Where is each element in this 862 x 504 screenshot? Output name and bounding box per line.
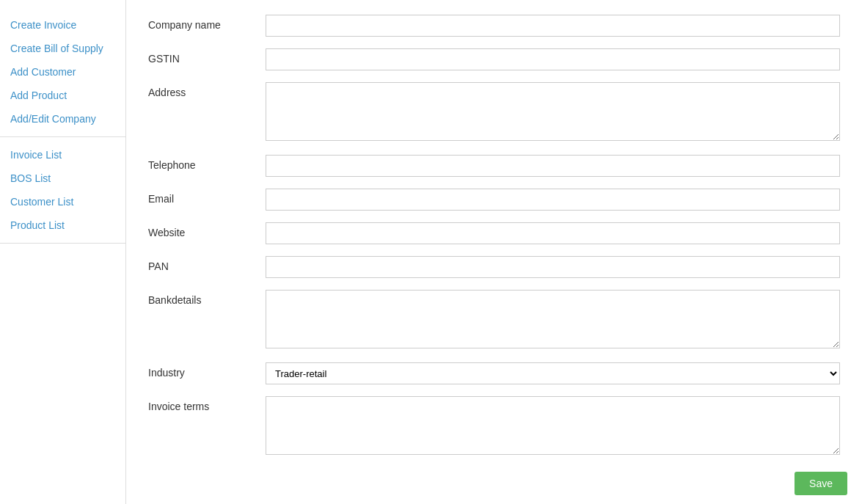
input-pan[interactable]: [266, 256, 840, 278]
textarea-bankdetails[interactable]: [266, 290, 840, 348]
select-industry[interactable]: Trader-retail Manufacturer Service Other: [266, 362, 840, 384]
wrap-email: [266, 189, 840, 211]
sidebar-item-invoice-list[interactable]: Invoice List: [0, 143, 125, 167]
sidebar-item-add-product[interactable]: Add Product: [0, 84, 125, 107]
label-address: Address: [148, 82, 266, 98]
textarea-address[interactable]: [266, 82, 840, 141]
label-email: Email: [148, 189, 266, 205]
label-company-name: Company name: [148, 15, 266, 31]
sidebar-item-add-customer[interactable]: Add Customer: [0, 60, 125, 84]
wrap-website: [266, 222, 840, 244]
wrap-gstin: [266, 48, 840, 70]
field-row-gstin: GSTIN: [148, 48, 840, 70]
wrap-company-name: [266, 15, 840, 37]
label-gstin: GSTIN: [148, 48, 266, 65]
field-row-website: Website: [148, 222, 840, 244]
wrap-invoice-terms: [266, 396, 840, 457]
field-row-company-name: Company name: [148, 15, 840, 37]
company-form: Company name GSTIN Address Telephone: [148, 15, 840, 457]
input-website[interactable]: [266, 222, 840, 244]
input-company-name[interactable]: [266, 15, 840, 37]
main-content: Company name GSTIN Address Telephone: [126, 0, 862, 504]
wrap-industry: Trader-retail Manufacturer Service Other: [266, 362, 840, 384]
sidebar-item-product-list[interactable]: Product List: [0, 213, 125, 237]
wrap-bankdetails: [266, 290, 840, 351]
sidebar-item-customer-list[interactable]: Customer List: [0, 190, 125, 213]
wrap-telephone: [266, 155, 840, 177]
sidebar: Create Invoice Create Bill of Supply Add…: [0, 0, 126, 504]
wrap-pan: [266, 256, 840, 278]
label-industry: Industry: [148, 362, 266, 379]
field-row-invoice-terms: Invoice terms: [148, 396, 840, 457]
input-gstin[interactable]: [266, 48, 840, 70]
field-row-telephone: Telephone: [148, 155, 840, 177]
wrap-address: [266, 82, 840, 143]
field-row-email: Email: [148, 189, 840, 211]
sidebar-item-bos-list[interactable]: BOS List: [0, 167, 125, 190]
field-row-address: Address: [148, 82, 840, 143]
input-email[interactable]: [266, 189, 840, 211]
sidebar-item-create-invoice[interactable]: Create Invoice: [0, 13, 125, 37]
sidebar-item-create-bill-of-supply[interactable]: Create Bill of Supply: [0, 37, 125, 60]
label-website: Website: [148, 222, 266, 238]
input-telephone[interactable]: [266, 155, 840, 177]
field-row-industry: Industry Trader-retail Manufacturer Serv…: [148, 362, 840, 384]
field-row-pan: PAN: [148, 256, 840, 278]
field-row-bankdetails: Bankdetails: [148, 290, 840, 351]
save-button[interactable]: Save: [795, 472, 847, 495]
footer-bar: Save: [780, 463, 862, 504]
label-telephone: Telephone: [148, 155, 266, 171]
sidebar-group-lists: Invoice List BOS List Customer List Prod…: [0, 137, 125, 244]
textarea-invoice-terms[interactable]: [266, 396, 840, 455]
label-invoice-terms: Invoice terms: [148, 396, 266, 412]
label-pan: PAN: [148, 256, 266, 272]
sidebar-item-add-edit-company[interactable]: Add/Edit Company: [0, 107, 125, 131]
sidebar-group-actions: Create Invoice Create Bill of Supply Add…: [0, 7, 125, 137]
label-bankdetails: Bankdetails: [148, 290, 266, 306]
